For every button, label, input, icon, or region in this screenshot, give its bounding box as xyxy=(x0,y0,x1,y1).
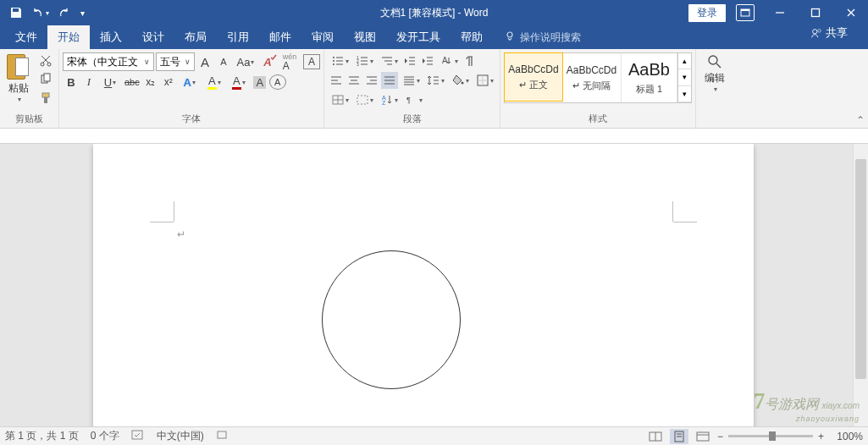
redo-button[interactable] xyxy=(53,2,75,24)
view-print-button[interactable] xyxy=(670,429,688,444)
borders-button[interactable]: ▾ xyxy=(473,72,496,89)
group-styles: AaBbCcDd ↵ 正文 AaBbCcDd ↵ 无间隔 AaBb 标题 1 ▴… xyxy=(500,49,696,128)
tab-insert[interactable]: 插入 xyxy=(90,25,132,49)
zoom-slider-thumb[interactable] xyxy=(769,431,776,441)
zoom-value[interactable]: 100% xyxy=(829,431,863,442)
show-marks-button[interactable] xyxy=(462,52,478,69)
close-button[interactable] xyxy=(834,0,868,25)
format-painter-button[interactable] xyxy=(36,90,55,107)
minimize-button[interactable] xyxy=(763,0,797,25)
text-direction-button[interactable]: A▾ xyxy=(437,52,461,69)
status-macro[interactable] xyxy=(216,429,228,443)
enclose-char-button[interactable]: A xyxy=(269,74,286,90)
svg-point-6 xyxy=(813,30,817,34)
char-shading-button[interactable]: A xyxy=(252,74,268,91)
align-justify-button[interactable] xyxy=(381,72,398,89)
group-paragraph: ▾ 123▾ ▾ A▾ ▾ ▾ ▾ ▾ ▾ ▾ AZ▾ xyxy=(324,49,500,128)
underline-button[interactable]: U▾ xyxy=(98,74,122,91)
view-read-button[interactable] xyxy=(646,429,665,444)
tab-review[interactable]: 审阅 xyxy=(301,25,344,49)
ribbon-tabs: 文件 开始 插入 设计 布局 引用 邮件 审阅 视图 发开工具 帮助 操作说明搜… xyxy=(0,25,868,49)
italic-button[interactable]: I xyxy=(80,74,97,91)
grow-font-button[interactable]: A xyxy=(196,53,213,70)
vertical-scrollbar[interactable] xyxy=(853,144,868,426)
align-right-button[interactable] xyxy=(363,72,380,89)
align-center-button[interactable] xyxy=(346,72,362,89)
share-button[interactable]: 共享 xyxy=(800,25,858,41)
paragraph-settings-button[interactable]: ¶▾ xyxy=(401,91,425,108)
text-effects-button[interactable]: A▾ xyxy=(178,74,202,91)
ribbon-options-button[interactable] xyxy=(736,4,755,21)
style-nospacing[interactable]: AaBbCcDd ↵ 无间隔 xyxy=(562,53,622,102)
cut-button[interactable] xyxy=(36,52,55,69)
font-size-combo[interactable]: 五号∨ xyxy=(156,52,195,71)
style-normal[interactable]: AaBbCcDd ↵ 正文 xyxy=(504,52,563,102)
tab-mail[interactable]: 邮件 xyxy=(259,25,301,49)
tab-help[interactable]: 帮助 xyxy=(451,25,493,49)
decrease-indent-button[interactable] xyxy=(401,52,418,69)
change-case-button[interactable]: Aa▾ xyxy=(234,53,257,70)
svg-rect-13 xyxy=(44,97,47,103)
font-name-combo[interactable]: 宋体（中文正文∨ xyxy=(63,52,154,71)
tab-file[interactable]: 文件 xyxy=(5,25,47,49)
status-language[interactable]: 中文(中国) xyxy=(157,429,204,443)
svg-text:A: A xyxy=(442,56,448,65)
align-distribute-button[interactable]: ▾ xyxy=(399,72,423,89)
tab-home[interactable]: 开始 xyxy=(47,25,90,49)
undo-button[interactable]: ▾ xyxy=(29,2,51,24)
phonetic-guide-button[interactable]: wénA xyxy=(278,53,301,70)
font-color-button[interactable]: A▾ xyxy=(227,74,251,91)
clear-formatting-button[interactable]: A xyxy=(259,53,276,70)
zoom-slider[interactable] xyxy=(728,435,813,437)
zoom-in-button[interactable]: + xyxy=(818,431,824,442)
tab-view[interactable]: 视图 xyxy=(344,25,386,49)
document-viewport[interactable]: ↵ xyxy=(0,144,853,426)
view-web-button[interactable] xyxy=(694,429,712,444)
multilevel-list-button[interactable]: ▾ xyxy=(377,52,401,69)
style-heading1[interactable]: AaBb 标题 1 xyxy=(622,53,677,102)
snap-to-grid-button[interactable]: ▾ xyxy=(328,91,351,108)
tell-me-search[interactable]: 操作说明搜索 xyxy=(503,25,581,49)
find-button[interactable]: 编辑 ▾ xyxy=(699,51,730,95)
styles-expand[interactable]: ▾ xyxy=(678,86,691,102)
status-wordcount[interactable]: 0 个字 xyxy=(91,429,119,443)
increase-indent-button[interactable] xyxy=(419,52,436,69)
collapse-ribbon-button[interactable]: ⌃ xyxy=(856,114,865,126)
tabs-button[interactable]: ▾ xyxy=(352,91,376,108)
customize-qat-button[interactable]: ▾ xyxy=(76,2,88,24)
maximize-button[interactable] xyxy=(799,0,832,25)
subscript-button[interactable]: x₂ xyxy=(142,74,159,91)
strikethrough-button[interactable]: abc xyxy=(123,74,141,91)
paste-button[interactable]: 粘贴 ▾ xyxy=(3,51,34,105)
line-spacing-button[interactable]: ▾ xyxy=(423,72,447,89)
tab-devtools[interactable]: 发开工具 xyxy=(386,25,451,49)
numbering-button[interactable]: 123▾ xyxy=(352,52,376,69)
bullets-button[interactable]: ▾ xyxy=(328,52,351,69)
svg-point-5 xyxy=(509,39,511,41)
copy-button[interactable] xyxy=(36,71,55,88)
sort-button[interactable]: AZ▾ xyxy=(377,91,401,108)
styles-scroll-up[interactable]: ▴ xyxy=(678,53,691,69)
tab-design[interactable]: 设计 xyxy=(132,25,174,49)
circle-shape[interactable] xyxy=(322,250,461,389)
tab-layout[interactable]: 布局 xyxy=(174,25,217,49)
horizontal-ruler[interactable] xyxy=(0,129,868,144)
bold-button[interactable]: B xyxy=(63,74,80,91)
highlight-button[interactable]: A▾ xyxy=(202,74,226,91)
char-border-button[interactable]: A xyxy=(303,54,320,69)
status-page[interactable]: 第 1 页，共 1 页 xyxy=(5,429,79,443)
login-button[interactable]: 登录 xyxy=(688,4,726,22)
document-page[interactable]: ↵ xyxy=(93,144,754,426)
styles-scroll-down[interactable]: ▾ xyxy=(678,69,691,85)
align-left-button[interactable] xyxy=(328,72,345,89)
superscript-button[interactable]: x² xyxy=(160,74,177,91)
status-spellcheck[interactable] xyxy=(131,429,145,443)
shading-button[interactable]: ▾ xyxy=(448,72,472,89)
tab-references[interactable]: 引用 xyxy=(217,25,259,49)
zoom-out-button[interactable]: − xyxy=(717,431,723,442)
shrink-font-button[interactable]: A xyxy=(215,53,232,70)
paste-label: 粘贴 xyxy=(8,81,29,96)
scrollbar-thumb[interactable] xyxy=(855,159,866,379)
save-button[interactable] xyxy=(5,2,27,24)
svg-rect-68 xyxy=(132,431,142,439)
